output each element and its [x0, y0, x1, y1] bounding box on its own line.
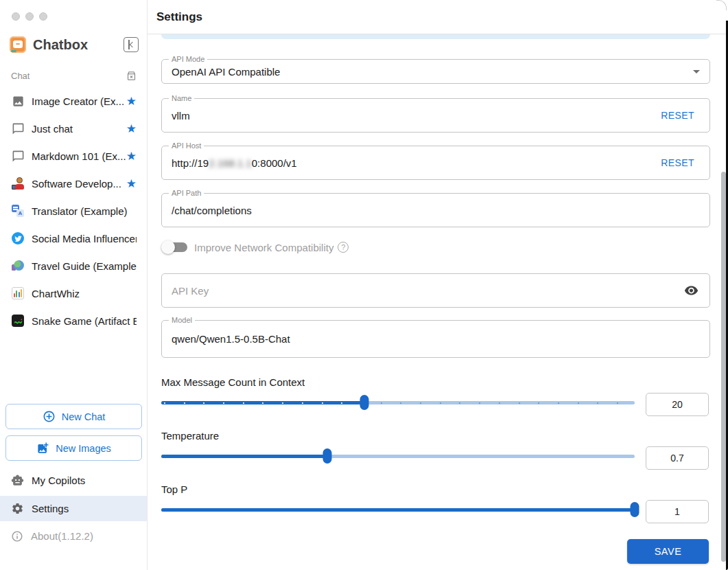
chat-item-label: Snake Game (Artifact E... — [32, 315, 137, 327]
settings-panel: Settings API Mode OpenAI API Compatible … — [148, 0, 728, 570]
temperature-label: Temperature — [161, 430, 219, 442]
chat-item-label: Software Develop... — [32, 178, 126, 190]
api-path-field: API Path — [161, 193, 710, 227]
model-input[interactable] — [172, 321, 644, 357]
chat-bubble-icon — [11, 122, 25, 135]
chat-item-travel-guide[interactable]: Travel Guide (Example) — [0, 252, 147, 280]
close-window-icon[interactable] — [12, 12, 20, 21]
chat-list: Image Creator (Ex... ★ Just chat ★ Markd… — [0, 87, 147, 334]
add-photo-icon — [36, 442, 49, 455]
clear-conversations-icon[interactable] — [126, 70, 137, 82]
api-mode-value: OpenAI API Compatible — [172, 60, 644, 83]
chat-item-label: Image Creator (Ex... — [32, 95, 126, 107]
settings-item[interactable]: Settings — [0, 496, 147, 521]
chatbox-logo-icon — [10, 36, 26, 53]
gear-icon — [11, 502, 24, 515]
bar-chart-icon — [11, 286, 25, 300]
max-message-count-slider[interactable] — [161, 395, 635, 410]
api-host-field: API Host http://192.168.1.10:8000/v1 RES… — [161, 146, 710, 180]
scrollbar-thumb[interactable] — [721, 172, 726, 562]
temperature-value[interactable] — [646, 446, 709, 470]
developer-icon — [11, 176, 25, 190]
temperature-slider[interactable] — [161, 448, 635, 464]
name-input[interactable] — [172, 99, 644, 132]
api-host-input[interactable]: http://192.168.1.10:8000/v1 — [172, 146, 644, 179]
chat-item-social-media-influencer[interactable]: Social Media Influencer ... — [0, 225, 147, 252]
api-host-reset-button[interactable]: RESET — [661, 157, 694, 168]
sidebar: Chatbox Chat Image Creator (Ex... ★ — [0, 0, 148, 570]
slider-thumb[interactable] — [360, 395, 369, 410]
zoom-window-icon[interactable] — [39, 12, 47, 21]
network-compatibility-toggle[interactable] — [161, 238, 187, 256]
api-path-input[interactable] — [172, 194, 644, 227]
help-icon[interactable]: ? — [338, 242, 349, 253]
collapse-sidebar-icon[interactable] — [124, 37, 139, 52]
chat-section-label: Chat — [11, 71, 30, 81]
top-p-value[interactable] — [646, 500, 709, 523]
max-message-count-value[interactable] — [646, 393, 709, 416]
new-chat-button[interactable]: New Chat — [5, 404, 142, 429]
my-copilots-item[interactable]: My Copilots — [0, 468, 147, 493]
chevron-down-icon — [693, 70, 700, 73]
chat-item-chartwhiz[interactable]: ChartWhiz — [0, 280, 147, 307]
save-button[interactable]: SAVE — [627, 539, 709, 564]
image-icon — [11, 94, 25, 108]
globe-icon — [11, 259, 25, 273]
chat-item-markdown-101[interactable]: Markdown 101 (Ex... ★ — [0, 142, 147, 170]
chat-item-label: Markdown 101 (Ex... — [32, 150, 126, 162]
about-label: About(1.12.2) — [31, 530, 93, 542]
network-compatibility-row: Improve Network Compatibility ? — [161, 238, 349, 256]
top-p-slider[interactable] — [161, 502, 635, 517]
info-icon — [11, 530, 23, 543]
chat-item-label: Social Media Influencer ... — [32, 233, 137, 244]
chat-item-just-chat[interactable]: Just chat ★ — [0, 115, 147, 142]
settings-header: Settings — [148, 0, 728, 34]
show-password-icon[interactable] — [684, 284, 698, 298]
chat-item-translator[interactable]: A Translator (Example) — [0, 197, 147, 225]
star-icon[interactable]: ★ — [126, 95, 137, 107]
new-images-label: New Images — [56, 443, 111, 454]
chat-item-label: Just chat — [32, 123, 126, 135]
star-icon[interactable]: ★ — [126, 150, 137, 162]
snake-icon — [11, 314, 25, 328]
star-icon[interactable]: ★ — [126, 178, 137, 190]
app-title: Chatbox — [33, 37, 124, 53]
chat-item-software-developer[interactable]: Software Develop... ★ — [0, 170, 147, 197]
top-p-label: Top P — [161, 483, 187, 495]
chat-item-label: Travel Guide (Example) — [32, 260, 137, 272]
model-field: Model — [161, 320, 710, 358]
max-message-count-label: Max Message Count in Context — [161, 376, 305, 388]
settings-label: Settings — [32, 503, 69, 514]
chat-item-label: Translator (Example) — [32, 205, 137, 217]
twitter-icon — [11, 231, 25, 245]
api-key-field — [161, 273, 710, 308]
info-alert-edge — [161, 34, 710, 39]
chat-item-label: ChartWhiz — [32, 288, 137, 299]
chat-bubble-icon — [11, 149, 25, 163]
new-chat-label: New Chat — [62, 411, 106, 422]
about-item[interactable]: About(1.12.2) — [0, 523, 147, 549]
add-circle-icon — [43, 410, 56, 423]
slider-thumb[interactable] — [323, 448, 332, 464]
minimize-window-icon[interactable] — [25, 12, 34, 21]
redacted-host-segment: 2.168.1.1 — [209, 157, 252, 169]
chat-section-header: Chat — [11, 69, 137, 82]
my-copilots-label: My Copilots — [32, 475, 85, 486]
name-reset-button[interactable]: RESET — [661, 110, 694, 121]
star-icon[interactable]: ★ — [126, 123, 137, 135]
chat-item-snake-game[interactable]: Snake Game (Artifact E... — [0, 307, 147, 334]
chat-item-image-creator[interactable]: Image Creator (Ex... ★ — [0, 87, 147, 115]
api-mode-select[interactable]: API Mode OpenAI API Compatible — [161, 59, 710, 84]
page-title: Settings — [156, 10, 202, 24]
new-images-button[interactable]: New Images — [5, 435, 142, 461]
chatbox-app: Chatbox Chat Image Creator (Ex... ★ — [0, 0, 728, 570]
network-compatibility-label: Improve Network Compatibility — [194, 242, 333, 253]
translate-icon: A — [11, 204, 25, 218]
name-field: Name RESET — [161, 98, 710, 133]
slider-thumb[interactable] — [631, 502, 639, 517]
api-key-input[interactable] — [172, 274, 644, 307]
app-brand: Chatbox — [10, 36, 139, 54]
robot-icon — [11, 474, 24, 487]
window-controls — [12, 12, 47, 21]
